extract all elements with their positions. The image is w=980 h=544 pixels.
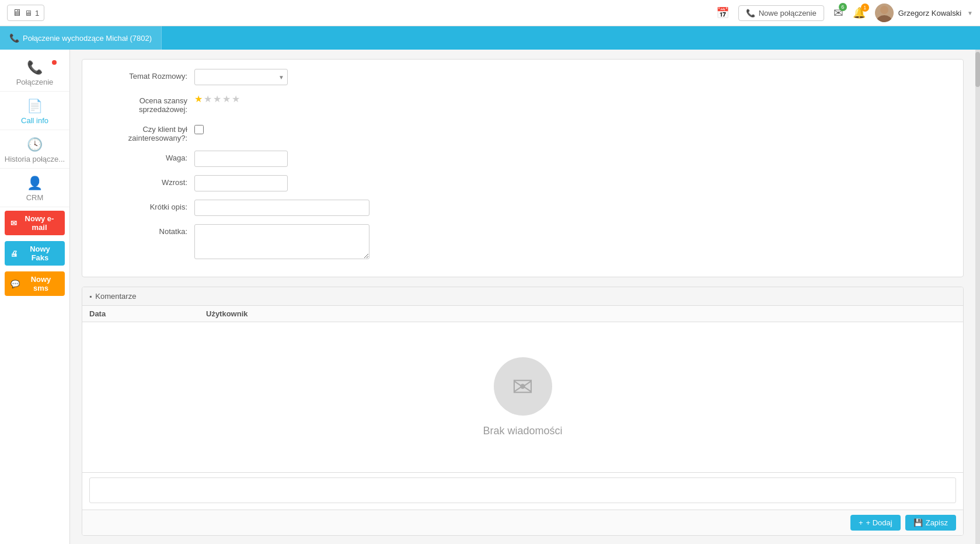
star-2[interactable]: ★ [204, 93, 212, 104]
user-area[interactable]: Grzegorz Kowalski ▼ [875, 4, 973, 22]
notif-badge: 1 [861, 4, 869, 12]
no-messages-area: ✉ Brak wiadomości [82, 322, 963, 472]
top-bar: 🖥 🖥 1 📅 📞 Nowe połączenie ✉ 6 🔔 1 Grzego… [0, 0, 980, 26]
save-label: Zapisz [926, 518, 948, 527]
comment-input[interactable] [89, 477, 956, 503]
top-bar-left: 🖥 🖥 1 [7, 5, 44, 21]
monitor-badge[interactable]: 🖥 🖥 1 [7, 5, 44, 21]
sidebar-item-callinfo[interactable]: 📄 Call info [0, 93, 69, 130]
form-row-notatka: Notatka: [94, 224, 951, 259]
main-container: 📞 Połączenie 📄 Call info 🕓 Historia połą… [0, 50, 980, 544]
comments-section: ▪ Komentarze Data Użytkownik ✉ Brak wiad… [82, 287, 964, 536]
phone-icon: 📞 [746, 9, 755, 18]
chevron-down-icon: ▼ [967, 10, 973, 16]
new-fax-label: Nowy Faks [21, 245, 59, 262]
add-label: + Dodaj [866, 518, 892, 527]
crm-sidebar-icon: 👤 [27, 176, 43, 191]
file-sidebar-icon: 📄 [27, 99, 43, 114]
ocena-label: Ocena szansy sprzedażowej: [94, 93, 187, 114]
temat-label: Temat Rozmowy: [94, 69, 187, 81]
star-4[interactable]: ★ [222, 93, 231, 104]
col-user-header: Użytkownik [199, 309, 963, 318]
klient-label: Czy klient był zainteresowany?: [94, 122, 187, 142]
form-row-temat: Temat Rozmowy: [94, 69, 951, 85]
no-messages-text: Brak wiadomości [483, 425, 562, 437]
form-row-ocena: Ocena szansy sprzedażowej: ★ ★ ★ ★ ★ [94, 93, 951, 114]
sidebar: 📞 Połączenie 📄 Call info 🕓 Historia połą… [0, 50, 70, 544]
content-area: Temat Rozmowy: Ocena szansy sprzedażowej… [70, 50, 975, 544]
form-row-krotki: Krótki opis: [94, 200, 951, 216]
form-row-klient: Czy klient był zainteresowany?: [94, 122, 951, 142]
new-sms-label: Nowy sms [23, 275, 59, 292]
tab-bar: 📞 Połączenie wychodzące Michał (7802) [0, 26, 980, 50]
waga-label: Waga: [94, 151, 187, 162]
tab-label: Połączenie wychodzące Michał (7802) [23, 34, 152, 43]
email-badge: 6 [839, 3, 847, 11]
monitor-count: 1 [35, 9, 39, 18]
comments-table-header: Data Użytkownik [82, 306, 963, 322]
save-icon: 💾 [913, 518, 923, 527]
sidebar-item-polaczenie[interactable]: 📞 Połączenie [0, 54, 69, 92]
form-section: Temat Rozmowy: Ocena szansy sprzedażowej… [82, 59, 964, 277]
email-icon-btn[interactable]: ✉ 6 [833, 6, 843, 20]
wzrost-input[interactable] [194, 175, 288, 191]
phone-tab-icon: 📞 [9, 33, 19, 43]
tab-polaczenie[interactable]: 📞 Połączenie wychodzące Michał (7802) [0, 26, 162, 50]
save-button[interactable]: 💾 Zapisz [905, 515, 956, 531]
user-name: Grzegorz Kowalski [898, 9, 961, 18]
add-icon: + [859, 518, 863, 527]
phone-sidebar-icon: 📞 [27, 60, 43, 75]
comment-input-row [82, 472, 963, 510]
avatar [875, 4, 894, 22]
new-sms-button[interactable]: 💬 Nowy sms [5, 271, 65, 296]
comments-header: ▪ Komentarze [82, 287, 963, 306]
svg-point-0 [880, 6, 888, 14]
calendar-btn[interactable]: 📅 [716, 6, 729, 19]
sidebar-crm-label: CRM [26, 193, 44, 202]
comments-title: Komentarze [95, 292, 136, 301]
new-email-label: Nowy e-mail [20, 214, 59, 232]
waga-input[interactable] [194, 151, 288, 167]
history-sidebar-icon: 🕓 [27, 137, 43, 152]
svg-point-1 [877, 15, 892, 22]
fax-btn-icon: 🖨 [11, 249, 18, 258]
sidebar-item-historia[interactable]: 🕓 Historia połącze... [0, 131, 69, 169]
notatka-textarea[interactable] [194, 224, 369, 259]
klient-checkbox[interactable] [194, 125, 204, 134]
new-call-label: Nowe połączenie [759, 9, 817, 18]
col-date-header: Data [82, 309, 199, 318]
monitor-tab-icon: 🖥 [25, 9, 32, 18]
star-5[interactable]: ★ [232, 93, 240, 104]
comments-footer: + + Dodaj 💾 Zapisz [82, 510, 963, 535]
stars-rating[interactable]: ★ ★ ★ ★ ★ [194, 93, 240, 104]
star-1[interactable]: ★ [194, 93, 203, 104]
form-row-waga: Waga: [94, 151, 951, 167]
form-row-wzrost: Wzrost: [94, 175, 951, 191]
new-call-button[interactable]: 📞 Nowe połączenie [738, 5, 824, 21]
sms-btn-icon: 💬 [11, 280, 20, 288]
star-3[interactable]: ★ [213, 93, 221, 104]
notatka-label: Notatka: [94, 224, 187, 236]
red-dot-indicator [52, 60, 57, 65]
scrollbar-thumb[interactable] [975, 52, 980, 87]
new-fax-button[interactable]: 🖨 Nowy Faks [5, 241, 65, 266]
add-button[interactable]: + + Dodaj [850, 515, 901, 531]
temat-select-wrapper [194, 69, 288, 85]
temat-select[interactable] [194, 69, 288, 85]
top-bar-right: 📅 📞 Nowe połączenie ✉ 6 🔔 1 Grzegorz Kow… [716, 4, 973, 22]
sidebar-polaczenie-label: Połączenie [16, 78, 54, 86]
krotki-label: Krótki opis: [94, 200, 187, 211]
notif-icon-btn[interactable]: 🔔 1 [853, 6, 866, 19]
krotki-opis-input[interactable] [194, 200, 369, 216]
wzrost-label: Wzrost: [94, 175, 187, 187]
no-messages-icon: ✉ [494, 357, 552, 416]
sidebar-item-crm[interactable]: 👤 CRM [0, 170, 69, 207]
new-email-button[interactable]: ✉ Nowy e-mail [5, 211, 65, 235]
monitor-icon: 🖥 [12, 8, 22, 18]
collapse-icon[interactable]: ▪ [89, 292, 92, 301]
sidebar-historia-label: Historia połącze... [5, 155, 65, 163]
sidebar-callinfo-label: Call info [21, 116, 48, 125]
email-btn-icon: ✉ [11, 219, 17, 228]
right-scrollbar[interactable] [975, 50, 980, 544]
